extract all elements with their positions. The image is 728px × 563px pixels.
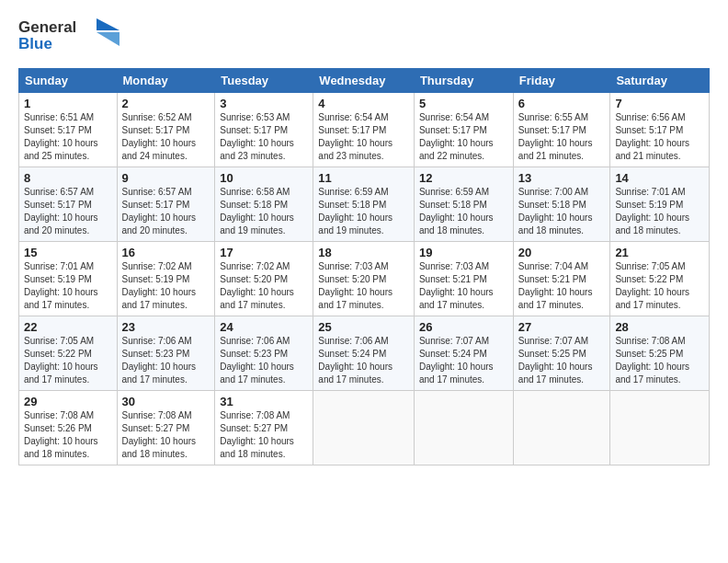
day-cell: 10 Sunrise: 6:58 AM Sunset: 5:18 PM Dayl… <box>215 167 313 242</box>
day-number: 30 <box>122 395 210 408</box>
day-info: Sunrise: 6:58 AM Sunset: 5:18 PM Dayligh… <box>220 186 308 237</box>
day-cell: 25 Sunrise: 7:06 AM Sunset: 5:24 PM Dayl… <box>313 316 415 391</box>
header-row: SundayMondayTuesdayWednesdayThursdayFrid… <box>19 69 710 93</box>
day-cell: 5 Sunrise: 6:54 AM Sunset: 5:17 PM Dayli… <box>414 93 513 167</box>
week-row-5: 29 Sunrise: 7:08 AM Sunset: 5:26 PM Dayl… <box>19 391 710 465</box>
day-number: 11 <box>318 171 409 185</box>
day-info: Sunrise: 7:01 AM Sunset: 5:19 PM Dayligh… <box>24 260 112 312</box>
day-cell: 2 Sunrise: 6:52 AM Sunset: 5:17 PM Dayli… <box>117 93 215 167</box>
day-number: 19 <box>419 246 508 259</box>
day-number: 20 <box>518 246 606 259</box>
column-header-sunday: Sunday <box>19 69 118 93</box>
day-cell: 16 Sunrise: 7:02 AM Sunset: 5:19 PM Dayl… <box>117 242 215 316</box>
day-info: Sunrise: 6:51 AM Sunset: 5:17 PM Dayligh… <box>24 111 112 163</box>
day-info: Sunrise: 7:07 AM Sunset: 5:24 PM Dayligh… <box>419 335 508 386</box>
day-cell: 14 Sunrise: 7:01 AM Sunset: 5:19 PM Dayl… <box>610 167 710 242</box>
day-info: Sunrise: 6:59 AM Sunset: 5:18 PM Dayligh… <box>318 186 409 237</box>
day-info: Sunrise: 7:08 AM Sunset: 5:27 PM Dayligh… <box>122 409 210 461</box>
day-cell: 15 Sunrise: 7:01 AM Sunset: 5:19 PM Dayl… <box>19 242 118 316</box>
day-number: 10 <box>220 171 308 185</box>
day-cell: 12 Sunrise: 6:59 AM Sunset: 5:18 PM Dayl… <box>414 167 513 242</box>
day-info: Sunrise: 7:06 AM Sunset: 5:23 PM Dayligh… <box>122 335 210 386</box>
calendar: SundayMondayTuesdayWednesdayThursdayFrid… <box>18 68 710 465</box>
day-number: 9 <box>122 171 210 185</box>
page: General Blue SundayMondayTuesdayWednesda… <box>0 0 728 479</box>
day-info: Sunrise: 6:57 AM Sunset: 5:17 PM Dayligh… <box>24 186 112 237</box>
day-number: 5 <box>419 97 508 110</box>
day-info: Sunrise: 7:08 AM Sunset: 5:25 PM Dayligh… <box>615 335 704 386</box>
day-cell: 17 Sunrise: 7:02 AM Sunset: 5:20 PM Dayl… <box>215 242 313 316</box>
day-number: 26 <box>419 320 508 334</box>
svg-text:Blue: Blue <box>18 35 52 52</box>
day-number: 17 <box>220 246 308 259</box>
day-number: 14 <box>615 171 704 185</box>
day-cell: 29 Sunrise: 7:08 AM Sunset: 5:26 PM Dayl… <box>19 391 118 465</box>
day-number: 21 <box>615 246 704 259</box>
day-info: Sunrise: 7:00 AM Sunset: 5:18 PM Dayligh… <box>518 186 606 237</box>
day-info: Sunrise: 6:54 AM Sunset: 5:17 PM Dayligh… <box>419 111 508 163</box>
header: General Blue <box>18 14 710 59</box>
day-number: 27 <box>518 320 606 334</box>
day-info: Sunrise: 7:04 AM Sunset: 5:21 PM Dayligh… <box>518 260 606 312</box>
week-row-4: 22 Sunrise: 7:05 AM Sunset: 5:22 PM Dayl… <box>19 316 710 391</box>
day-number: 2 <box>122 97 210 110</box>
svg-marker-3 <box>97 32 119 46</box>
day-cell: 22 Sunrise: 7:05 AM Sunset: 5:22 PM Dayl… <box>19 316 118 391</box>
day-cell: 3 Sunrise: 6:53 AM Sunset: 5:17 PM Dayli… <box>215 93 313 167</box>
day-cell: 28 Sunrise: 7:08 AM Sunset: 5:25 PM Dayl… <box>610 316 710 391</box>
day-cell: 30 Sunrise: 7:08 AM Sunset: 5:27 PM Dayl… <box>117 391 215 465</box>
day-cell: 11 Sunrise: 6:59 AM Sunset: 5:18 PM Dayl… <box>313 167 415 242</box>
day-cell: 9 Sunrise: 6:57 AM Sunset: 5:17 PM Dayli… <box>117 167 215 242</box>
day-info: Sunrise: 6:54 AM Sunset: 5:17 PM Dayligh… <box>318 111 409 163</box>
day-cell: 7 Sunrise: 6:56 AM Sunset: 5:17 PM Dayli… <box>610 93 710 167</box>
day-cell <box>313 391 415 465</box>
column-header-thursday: Thursday <box>414 69 513 93</box>
day-cell: 6 Sunrise: 6:55 AM Sunset: 5:17 PM Dayli… <box>513 93 610 167</box>
day-number: 23 <box>122 320 210 334</box>
day-cell <box>610 391 710 465</box>
logo-text: General Blue <box>18 14 119 59</box>
day-number: 31 <box>220 395 308 408</box>
day-info: Sunrise: 6:53 AM Sunset: 5:17 PM Dayligh… <box>220 111 308 163</box>
day-number: 22 <box>24 320 112 334</box>
day-cell: 27 Sunrise: 7:07 AM Sunset: 5:25 PM Dayl… <box>513 316 610 391</box>
day-info: Sunrise: 7:05 AM Sunset: 5:22 PM Dayligh… <box>615 260 704 312</box>
day-number: 15 <box>24 246 112 259</box>
day-number: 4 <box>318 97 409 110</box>
day-info: Sunrise: 7:03 AM Sunset: 5:21 PM Dayligh… <box>419 260 508 312</box>
day-number: 8 <box>24 171 112 185</box>
day-info: Sunrise: 6:59 AM Sunset: 5:18 PM Dayligh… <box>419 186 508 237</box>
day-number: 13 <box>518 171 606 185</box>
day-info: Sunrise: 7:07 AM Sunset: 5:25 PM Dayligh… <box>518 335 606 386</box>
day-cell: 23 Sunrise: 7:06 AM Sunset: 5:23 PM Dayl… <box>117 316 215 391</box>
day-info: Sunrise: 6:57 AM Sunset: 5:17 PM Dayligh… <box>122 186 210 237</box>
column-header-saturday: Saturday <box>610 69 710 93</box>
day-cell: 4 Sunrise: 6:54 AM Sunset: 5:17 PM Dayli… <box>313 93 415 167</box>
day-cell <box>414 391 513 465</box>
day-info: Sunrise: 6:55 AM Sunset: 5:17 PM Dayligh… <box>518 111 606 163</box>
day-info: Sunrise: 7:08 AM Sunset: 5:26 PM Dayligh… <box>24 409 112 461</box>
day-cell: 19 Sunrise: 7:03 AM Sunset: 5:21 PM Dayl… <box>414 242 513 316</box>
day-info: Sunrise: 7:08 AM Sunset: 5:27 PM Dayligh… <box>220 409 308 461</box>
column-header-tuesday: Tuesday <box>215 69 313 93</box>
day-cell: 13 Sunrise: 7:00 AM Sunset: 5:18 PM Dayl… <box>513 167 610 242</box>
day-cell <box>513 391 610 465</box>
day-info: Sunrise: 7:05 AM Sunset: 5:22 PM Dayligh… <box>24 335 112 386</box>
logo: General Blue <box>18 14 119 59</box>
day-cell: 21 Sunrise: 7:05 AM Sunset: 5:22 PM Dayl… <box>610 242 710 316</box>
day-number: 16 <box>122 246 210 259</box>
day-cell: 24 Sunrise: 7:06 AM Sunset: 5:23 PM Dayl… <box>215 316 313 391</box>
day-info: Sunrise: 7:02 AM Sunset: 5:19 PM Dayligh… <box>122 260 210 312</box>
day-number: 25 <box>318 320 409 334</box>
day-cell: 31 Sunrise: 7:08 AM Sunset: 5:27 PM Dayl… <box>215 391 313 465</box>
week-row-2: 8 Sunrise: 6:57 AM Sunset: 5:17 PM Dayli… <box>19 167 710 242</box>
day-info: Sunrise: 6:52 AM Sunset: 5:17 PM Dayligh… <box>122 111 210 163</box>
day-info: Sunrise: 7:06 AM Sunset: 5:24 PM Dayligh… <box>318 335 409 386</box>
svg-marker-2 <box>97 18 119 30</box>
column-header-monday: Monday <box>117 69 215 93</box>
day-info: Sunrise: 7:03 AM Sunset: 5:20 PM Dayligh… <box>318 260 409 312</box>
column-header-wednesday: Wednesday <box>313 69 415 93</box>
day-cell: 26 Sunrise: 7:07 AM Sunset: 5:24 PM Dayl… <box>414 316 513 391</box>
day-cell: 8 Sunrise: 6:57 AM Sunset: 5:17 PM Dayli… <box>19 167 118 242</box>
day-number: 18 <box>318 246 409 259</box>
